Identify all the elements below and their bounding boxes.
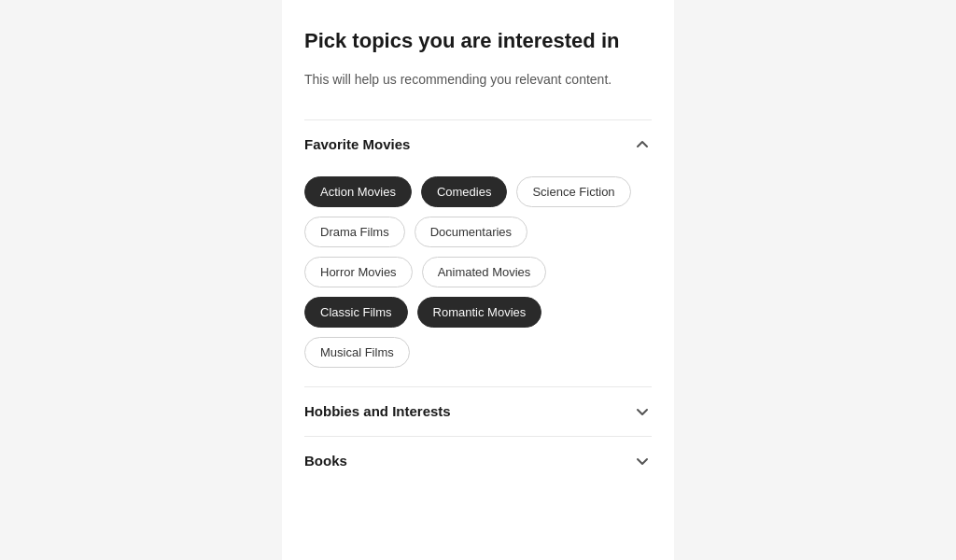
section-books: Books bbox=[304, 436, 652, 485]
section-hobbies-interests: Hobbies and Interests bbox=[304, 386, 652, 436]
tag-animated-movies[interactable]: Animated Movies bbox=[422, 257, 547, 287]
tag-horror-movies[interactable]: Horror Movies bbox=[304, 257, 413, 287]
chevron-up-icon bbox=[633, 135, 652, 154]
section-title-favorite-movies: Favorite Movies bbox=[304, 136, 410, 152]
page-title: Pick topics you are interested in bbox=[304, 28, 652, 55]
tag-classic-films[interactable]: Classic Films bbox=[304, 297, 408, 328]
section-favorite-movies: Favorite Movies Action Movies Comedies S… bbox=[304, 119, 652, 386]
tag-science-fiction[interactable]: Science Fiction bbox=[516, 176, 630, 207]
section-header-books[interactable]: Books bbox=[304, 436, 652, 485]
tag-musical-films[interactable]: Musical Films bbox=[304, 337, 410, 368]
section-title-books: Books bbox=[304, 453, 347, 469]
section-header-hobbies-interests[interactable]: Hobbies and Interests bbox=[304, 386, 652, 436]
tag-action-movies[interactable]: Action Movies bbox=[304, 176, 412, 207]
tag-romantic-movies[interactable]: Romantic Movies bbox=[417, 297, 542, 328]
tags-row-4: Classic Films Romantic Movies bbox=[304, 297, 652, 328]
section-header-favorite-movies[interactable]: Favorite Movies bbox=[304, 119, 652, 169]
tags-row-3: Horror Movies Animated Movies bbox=[304, 257, 652, 287]
page-description: This will help us recommending you relev… bbox=[304, 70, 652, 90]
tag-comedies[interactable]: Comedies bbox=[421, 176, 508, 207]
chevron-down-icon-books bbox=[633, 452, 652, 470]
section-title-hobbies-interests: Hobbies and Interests bbox=[304, 403, 451, 419]
tag-drama-films[interactable]: Drama Films bbox=[304, 217, 405, 247]
tags-row-1: Action Movies Comedies Science Fiction bbox=[304, 176, 652, 207]
chevron-down-icon-hobbies bbox=[633, 402, 652, 421]
tags-row-2: Drama Films Documentaries bbox=[304, 217, 652, 247]
tags-row-5: Musical Films bbox=[304, 337, 652, 368]
tag-documentaries[interactable]: Documentaries bbox=[415, 217, 527, 247]
tags-container-favorite-movies: Action Movies Comedies Science Fiction D… bbox=[304, 169, 652, 386]
content-panel: Pick topics you are interested in This w… bbox=[282, 0, 674, 560]
page-container: Pick topics you are interested in This w… bbox=[0, 0, 956, 560]
